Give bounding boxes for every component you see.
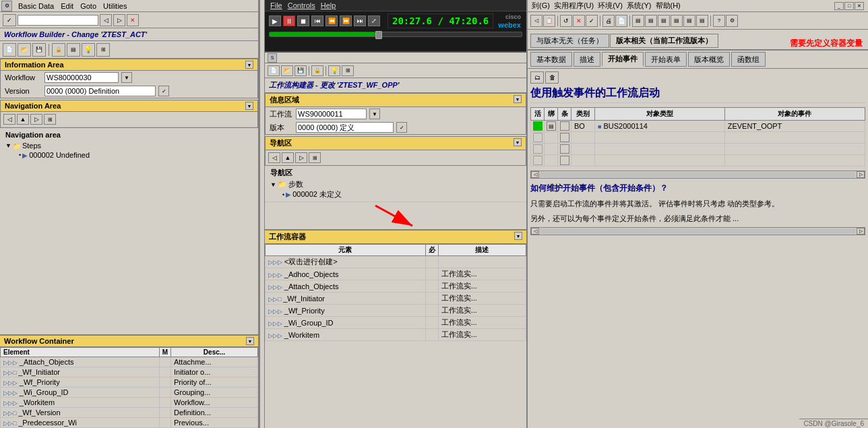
table-row[interactable]: ▷▷▷ _Wi_Group_ID 工作流实... bbox=[266, 317, 526, 329]
tb-mid-save[interactable]: 💾 bbox=[294, 65, 307, 76]
nav-collapse-left[interactable]: ▼ bbox=[245, 102, 253, 110]
table-row[interactable]: ▷▷▷ _Wf_Priority 工作流实... bbox=[266, 305, 526, 317]
tb-r-7[interactable]: ▤ bbox=[658, 15, 670, 27]
btab-4[interactable]: 开始表单 bbox=[645, 52, 687, 67]
workflow-input-left[interactable] bbox=[44, 72, 119, 83]
tb-mid-bulb[interactable]: 💡 bbox=[328, 65, 340, 76]
tb-grid[interactable]: ⊞ bbox=[96, 43, 110, 57]
webex-stop[interactable]: ⏹ bbox=[297, 16, 309, 26]
tb-open[interactable]: 📂 bbox=[18, 43, 31, 57]
btab-1[interactable]: 基本数据 bbox=[530, 52, 572, 67]
tb-mid-new[interactable]: 📄 bbox=[268, 65, 280, 76]
webex-step-back[interactable]: ⏪ bbox=[326, 16, 338, 26]
webex-play[interactable]: ▶ bbox=[269, 16, 281, 26]
tb-r-6[interactable]: ▤ bbox=[645, 15, 657, 27]
bhscroll-right[interactable]: ▷ bbox=[857, 228, 865, 235]
btab-2[interactable]: 描述 bbox=[574, 52, 600, 67]
event-hscroll[interactable]: ◁ ▷ bbox=[530, 171, 865, 179]
hscroll-right[interactable]: ▷ bbox=[857, 171, 865, 178]
splitter-left-middle[interactable] bbox=[259, 0, 265, 428]
tb-r-10[interactable]: ▤ bbox=[696, 15, 708, 27]
tb-separator[interactable]: ▤ bbox=[67, 43, 80, 57]
tb-r-help[interactable]: ? bbox=[713, 15, 725, 27]
sap-icon[interactable]: ⚙ bbox=[1, 1, 12, 11]
win-minimize[interactable]: _ bbox=[834, 2, 844, 10]
tb-r-1[interactable]: ◁ bbox=[530, 15, 542, 27]
webex-fullscreen[interactable]: ⤢ bbox=[368, 16, 380, 26]
menu-env-r[interactable]: 环境(V) bbox=[598, 1, 623, 11]
table-row[interactable]: ▷▷□ _Wf_Initiator 工作流实... bbox=[266, 293, 526, 305]
tb-r-print[interactable]: 🖨 bbox=[602, 15, 615, 27]
table-row[interactable]: ▷▷▷ _Workitem 工作流实... bbox=[266, 329, 526, 341]
event-add-btn[interactable]: 🗂 bbox=[530, 71, 544, 84]
tree-step-item[interactable]: • ▶ 000002 Undefined bbox=[5, 150, 253, 160]
toolbar-forward[interactable]: ▷ bbox=[113, 14, 125, 26]
table-row[interactable]: ▷▷▷ <双击进行创建> bbox=[266, 256, 526, 268]
top-tab-1[interactable]: 与版本无关（任务） bbox=[530, 34, 609, 48]
menu-edit[interactable]: Edit bbox=[57, 1, 77, 11]
tb-lock[interactable]: 🔒 bbox=[52, 43, 65, 57]
table-row[interactable]: ▷▷▷ _Wi_Group_ID Grouping... bbox=[1, 388, 258, 398]
table-row[interactable] bbox=[531, 155, 865, 166]
nav-back[interactable]: ◁ bbox=[3, 114, 16, 125]
menu-utilities[interactable]: Utilities bbox=[100, 1, 130, 11]
table-row[interactable]: ▷▷□ _Wf_Initiator Initiator o... bbox=[1, 367, 258, 377]
table-row[interactable]: ▷▷□ _Wf_Version Definition... bbox=[1, 408, 258, 418]
nav-collapse-mid[interactable]: ▼ bbox=[514, 138, 522, 146]
info-area-collapse[interactable]: ▼ bbox=[245, 61, 253, 69]
menu-goto-r[interactable]: 到(G) bbox=[532, 1, 550, 11]
table-row[interactable]: ▤ BO ■ BUS2000114 ZEVENT_OOPT bbox=[531, 121, 865, 132]
tree-steps[interactable]: ▼ 📁 Steps bbox=[5, 141, 253, 150]
tb-r-settings[interactable]: ⚙ bbox=[726, 15, 738, 27]
toolbar-cancel[interactable]: ✕ bbox=[127, 14, 139, 26]
version-dropdown-left[interactable]: ✓ bbox=[158, 86, 169, 96]
btab-6[interactable]: 函数组 bbox=[731, 52, 766, 67]
ver-dropdown-mid[interactable]: ✓ bbox=[396, 122, 407, 133]
nav-forward[interactable]: ▷ bbox=[30, 114, 42, 125]
nav-up-mid[interactable]: ▲ bbox=[282, 152, 294, 163]
workflow-input-mid[interactable] bbox=[296, 109, 367, 119]
command-field[interactable] bbox=[18, 15, 98, 26]
menu-util-r[interactable]: 实用程序(U) bbox=[554, 1, 594, 11]
btab-3[interactable]: 开始事件 bbox=[602, 52, 644, 67]
table-row[interactable] bbox=[531, 144, 865, 155]
win-maximize[interactable]: □ bbox=[844, 2, 854, 10]
nav-back-mid[interactable]: ◁ bbox=[268, 152, 280, 163]
tb-r-doc[interactable]: 📄 bbox=[615, 15, 627, 27]
version-input-mid[interactable] bbox=[296, 122, 394, 133]
nav-grid[interactable]: ⊞ bbox=[44, 114, 56, 125]
tb-save[interactable]: 💾 bbox=[32, 43, 46, 57]
toolbar-back[interactable]: ◁ bbox=[100, 14, 112, 26]
tree-steps-mid[interactable]: ▼ 📁 步数 bbox=[270, 179, 521, 189]
tb-r-2[interactable]: 📋 bbox=[543, 15, 555, 27]
hscroll-left[interactable]: ◁ bbox=[531, 171, 539, 178]
info-collapse-mid[interactable]: ▼ bbox=[514, 95, 522, 103]
bottom-hscroll[interactable]: ◁ ▷ bbox=[530, 227, 865, 235]
menu-goto[interactable]: Goto bbox=[77, 1, 100, 11]
menu-sys-r[interactable]: 系统(Y) bbox=[627, 1, 652, 11]
top-tab-2[interactable]: 版本相关（当前工作流版本） bbox=[610, 34, 718, 48]
nav-up[interactable]: ▲ bbox=[17, 114, 29, 125]
tb-mid-grid[interactable]: ⊞ bbox=[342, 65, 354, 76]
menu-help-r[interactable]: 帮助(H) bbox=[656, 1, 681, 11]
event-del-btn[interactable]: 🗑 bbox=[545, 71, 559, 84]
wf-container-collapse-left[interactable]: ▼ bbox=[246, 337, 254, 345]
tb-r-5[interactable]: ▤ bbox=[632, 15, 644, 27]
win-close[interactable]: ✕ bbox=[855, 2, 864, 10]
bhscroll-left[interactable]: ◁ bbox=[531, 228, 539, 235]
table-row[interactable]: ▷▷□ _Predecessor_Wi Previous... bbox=[1, 418, 258, 428]
menu-file[interactable]: File bbox=[270, 1, 282, 9]
tb-r-x[interactable]: ✕ bbox=[573, 15, 585, 27]
wf-dropdown-mid[interactable]: ▼ bbox=[369, 109, 380, 119]
table-row[interactable]: ▷▷▷ _Attach_Objects Attachme... bbox=[1, 357, 258, 367]
step-item-mid[interactable]: • ▶ 000002 未定义 bbox=[270, 189, 521, 200]
menu-help[interactable]: Help bbox=[321, 1, 336, 9]
table-row[interactable]: ▷▷▷ _Attach_Objects 工作流实... bbox=[266, 280, 526, 293]
tb-mid-open[interactable]: 📂 bbox=[281, 65, 293, 76]
btab-5[interactable]: 版本概览 bbox=[688, 52, 730, 67]
toolbar-check[interactable]: ✓ bbox=[3, 14, 16, 26]
menu-controls[interactable]: Controls bbox=[288, 1, 315, 9]
nav-fwd-mid[interactable]: ▷ bbox=[295, 152, 307, 163]
nav-grid-mid[interactable]: ⊞ bbox=[309, 152, 321, 163]
table-row[interactable]: ▷▷▷ _Workitem Workflow... bbox=[1, 398, 258, 408]
